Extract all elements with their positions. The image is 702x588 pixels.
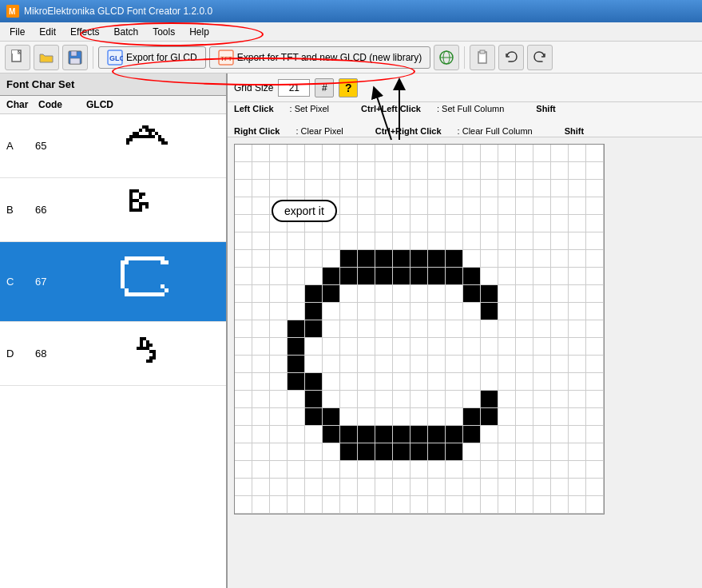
pixel-cell[interactable]: [358, 338, 375, 356]
pixel-cell[interactable]: [270, 285, 288, 303]
pixel-cell[interactable]: [569, 461, 586, 479]
pixel-cell[interactable]: [498, 232, 516, 250]
pixel-cell[interactable]: [498, 391, 516, 408]
pixel-cell[interactable]: [569, 408, 586, 426]
pixel-cell[interactable]: [463, 197, 481, 215]
pixel-cell[interactable]: [586, 338, 604, 356]
pixel-cell[interactable]: [463, 162, 481, 180]
pixel-cell[interactable]: [375, 180, 393, 197]
pixel-cell[interactable]: [393, 391, 410, 408]
pixel-cell[interactable]: [533, 443, 551, 461]
pixel-cell[interactable]: [375, 408, 393, 426]
pixel-cell[interactable]: [463, 356, 481, 373]
pixel-cell[interactable]: [323, 443, 340, 461]
pixel-cell[interactable]: [410, 232, 428, 250]
pixel-cell[interactable]: [428, 180, 446, 197]
undo-button[interactable]: [498, 45, 524, 70]
pixel-cell[interactable]: [516, 303, 533, 320]
pixel-cell[interactable]: [270, 215, 288, 232]
pixel-cell[interactable]: [498, 285, 516, 303]
pixel-cell[interactable]: [586, 197, 604, 215]
pixel-cell[interactable]: [393, 443, 410, 461]
pixel-cell[interactable]: [340, 496, 358, 514]
pixel-cell[interactable]: [375, 197, 393, 215]
pixel-cell[interactable]: [358, 461, 375, 479]
pixel-cell[interactable]: [323, 356, 340, 373]
menu-file[interactable]: File: [3, 25, 31, 39]
grid-size-input[interactable]: [278, 79, 310, 97]
pixel-cell[interactable]: [463, 391, 481, 408]
pixel-cell[interactable]: [288, 232, 305, 250]
pixel-cell[interactable]: [516, 250, 533, 268]
pixel-cell[interactable]: [463, 232, 481, 250]
pixel-cell[interactable]: [569, 338, 586, 356]
pixel-cell[interactable]: [428, 338, 446, 356]
pixel-cell[interactable]: [235, 250, 252, 268]
pixel-cell[interactable]: [481, 461, 498, 479]
pixel-cell[interactable]: [323, 232, 340, 250]
pixel-cell[interactable]: [410, 391, 428, 408]
pixel-cell[interactable]: [533, 426, 551, 443]
pixel-cell[interactable]: [586, 303, 604, 320]
pixel-cell[interactable]: [270, 320, 288, 338]
pixel-cell[interactable]: [463, 443, 481, 461]
pixel-grid[interactable]: [234, 144, 605, 514]
pixel-cell[interactable]: [428, 215, 446, 232]
pixel-cell[interactable]: [481, 162, 498, 180]
pixel-cell[interactable]: [446, 215, 463, 232]
pixel-cell[interactable]: [288, 443, 305, 461]
pixel-cell[interactable]: [410, 320, 428, 338]
pixel-cell[interactable]: [358, 320, 375, 338]
pixel-cell[interactable]: [323, 303, 340, 320]
pixel-cell[interactable]: [446, 145, 463, 162]
pixel-cell[interactable]: [235, 215, 252, 232]
pixel-cell[interactable]: [481, 356, 498, 373]
pixel-cell[interactable]: [288, 162, 305, 180]
pixel-cell[interactable]: [428, 197, 446, 215]
pixel-cell[interactable]: [410, 268, 428, 285]
pixel-cell[interactable]: [446, 496, 463, 514]
char-row-d[interactable]: D 68: [0, 322, 226, 386]
pixel-cell[interactable]: [270, 197, 288, 215]
pixel-cell[interactable]: [410, 496, 428, 514]
pixel-cell[interactable]: [358, 268, 375, 285]
pixel-cell[interactable]: [428, 162, 446, 180]
pixel-cell[interactable]: [463, 180, 481, 197]
pixel-cell[interactable]: [252, 180, 270, 197]
pixel-cell[interactable]: [463, 145, 481, 162]
pixel-cell[interactable]: [323, 338, 340, 356]
pixel-cell[interactable]: [446, 268, 463, 285]
pixel-cell[interactable]: [410, 145, 428, 162]
pixel-cell[interactable]: [586, 232, 604, 250]
pixel-cell[interactable]: [288, 285, 305, 303]
pixel-cell[interactable]: [428, 443, 446, 461]
pixel-cell[interactable]: [358, 180, 375, 197]
pixel-cell[interactable]: [586, 215, 604, 232]
pixel-cell[interactable]: [463, 268, 481, 285]
pixel-cell[interactable]: [288, 197, 305, 215]
pixel-cell[interactable]: [410, 303, 428, 320]
pixel-cell[interactable]: [586, 426, 604, 443]
pixel-cell[interactable]: [533, 356, 551, 373]
pixel-cell[interactable]: [235, 268, 252, 285]
pixel-cell[interactable]: [252, 320, 270, 338]
pixel-cell[interactable]: [252, 391, 270, 408]
pixel-cell[interactable]: [235, 391, 252, 408]
redo-button[interactable]: [527, 45, 553, 70]
pixel-cell[interactable]: [551, 426, 569, 443]
pixel-cell[interactable]: [428, 232, 446, 250]
pixel-cell[interactable]: [305, 408, 323, 426]
pixel-cell[interactable]: [481, 320, 498, 338]
pixel-cell[interactable]: [498, 496, 516, 514]
pixel-cell[interactable]: [323, 461, 340, 479]
pixel-cell[interactable]: [551, 479, 569, 496]
pixel-cell[interactable]: [481, 496, 498, 514]
pixel-cell[interactable]: [533, 180, 551, 197]
pixel-cell[interactable]: [516, 408, 533, 426]
pixel-cell[interactable]: [446, 426, 463, 443]
pixel-cell[interactable]: [446, 408, 463, 426]
pixel-cell[interactable]: [340, 268, 358, 285]
pixel-cell[interactable]: [305, 461, 323, 479]
pixel-cell[interactable]: [235, 197, 252, 215]
pixel-cell[interactable]: [393, 461, 410, 479]
